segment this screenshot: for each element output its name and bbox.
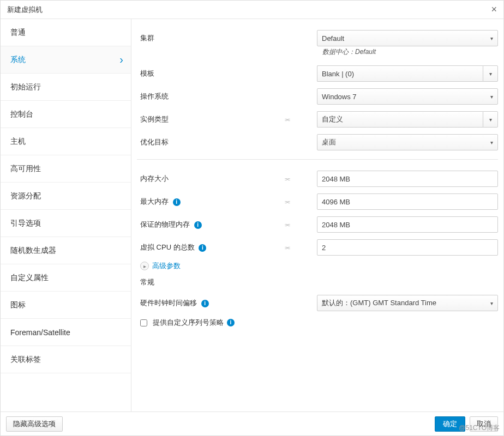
select-instance-type[interactable]: 自定义 xyxy=(317,111,483,128)
select-template[interactable]: Blank | (0) xyxy=(317,65,483,82)
info-icon[interactable]: i xyxy=(227,319,235,326)
sidebar-item-console[interactable]: 控制台 xyxy=(1,101,131,128)
select-value: 自定义 xyxy=(322,114,343,124)
input-value: 2048 MB xyxy=(322,175,350,183)
sidebar-item-label: 控制台 xyxy=(10,110,33,119)
select-value: Blank | (0) xyxy=(322,70,354,78)
row-memory: 内存大小 ⫘ 2048 MB xyxy=(137,167,498,190)
label-clock-offset: 硬件时钟时间偏移 i xyxy=(137,298,284,308)
sidebar-item-label: 引导选项 xyxy=(10,219,41,228)
select-os[interactable]: Windows 7 ▾ xyxy=(317,88,498,105)
select-value: 默认的：(GMT) GMT Standard Time xyxy=(322,298,436,308)
sidebar-item-label: 资源分配 xyxy=(10,191,41,201)
label-vcpu: 虚拟 CPU 的总数 i xyxy=(137,243,284,252)
sidebar-item-label: 关联标签 xyxy=(10,355,41,365)
row-optimize: 优化目标 桌面 ▾ xyxy=(137,131,498,154)
sidebar-item-system[interactable]: 系统 xyxy=(1,46,131,74)
chevron-down-icon: ▾ xyxy=(490,35,493,41)
chevron-down-icon: ▾ xyxy=(490,94,493,100)
label-template: 模板 xyxy=(137,69,284,78)
sidebar-item-label: 高可用性 xyxy=(10,164,41,174)
sidebar-item-label: 系统 xyxy=(10,55,26,65)
sidebar-item-resource[interactable]: 资源分配 xyxy=(1,183,131,210)
chain-icon: ⫘ xyxy=(284,198,317,205)
sidebar-item-initial-run[interactable]: 初始运行 xyxy=(1,74,131,101)
close-icon[interactable]: × xyxy=(491,4,497,15)
label-memory: 内存大小 xyxy=(137,174,284,184)
cancel-button[interactable]: 取消 xyxy=(470,416,498,432)
label-instance-type: 实例类型 xyxy=(137,114,284,124)
chevron-down-icon: ▾ xyxy=(490,300,493,306)
sidebar: 普通 系统 初始运行 控制台 主机 高可用性 资源分配 引导选项 随机数生成器 … xyxy=(1,19,131,411)
checkbox-custom-serial[interactable] xyxy=(140,319,147,326)
label-max-memory: 最大内存 i xyxy=(137,197,284,207)
input-value: 2048 MB xyxy=(322,221,350,229)
label-os: 操作系统 xyxy=(137,92,284,101)
sidebar-item-labels[interactable]: 关联标签 xyxy=(1,346,131,373)
sidebar-item-foreman[interactable]: Foreman/Satellite xyxy=(1,319,131,346)
sidebar-item-label: 初始运行 xyxy=(10,82,41,92)
dialog-footer: 隐藏高级选项 确定 取消 xyxy=(1,411,503,435)
chain-icon: ⫘ xyxy=(284,116,317,123)
sidebar-item-label: Foreman/Satellite xyxy=(10,328,70,337)
heading-general: 常规 xyxy=(137,275,498,292)
info-icon[interactable]: i xyxy=(194,221,202,229)
row-instance-type: 实例类型 ⫘ 自定义 ▾ xyxy=(137,108,498,131)
select-value: Default xyxy=(322,34,344,43)
dialog-body: 普通 系统 初始运行 控制台 主机 高可用性 资源分配 引导选项 随机数生成器 … xyxy=(1,19,503,411)
new-vm-dialog: 新建虚拟机 × 普通 系统 初始运行 控制台 主机 高可用性 资源分配 引导选项… xyxy=(0,0,504,436)
sidebar-item-boot[interactable]: 引导选项 xyxy=(1,210,131,237)
sidebar-item-label: 自定义属性 xyxy=(10,273,49,283)
row-template: 模板 Blank | (0) ▾ xyxy=(137,62,498,85)
row-custom-serial: 提供自定义序列号策略 i xyxy=(137,314,498,331)
sidebar-item-label: 普通 xyxy=(10,28,26,38)
main-panel: 集群 Default ▾ 数据中心：Default 模板 xyxy=(131,19,503,411)
row-max-memory: 最大内存 i ⫘ 4096 MB xyxy=(137,190,498,213)
select-template-version[interactable]: ▾ xyxy=(483,65,498,82)
expander-label: 高级参数 xyxy=(152,261,181,271)
button-label: 确定 xyxy=(443,419,457,429)
select-value: Windows 7 xyxy=(322,93,357,101)
chain-icon: ⫘ xyxy=(284,221,317,228)
chevron-down-icon: ▾ xyxy=(490,140,493,146)
sidebar-item-custom-props[interactable]: 自定义属性 xyxy=(1,264,131,292)
row-datacenter-note: 数据中心：Default xyxy=(137,47,498,57)
input-max-memory[interactable]: 4096 MB xyxy=(317,193,498,210)
dialog-header: 新建虚拟机 × xyxy=(1,1,503,19)
sidebar-item-rng[interactable]: 随机数生成器 xyxy=(1,237,131,264)
select-instance-type-dd[interactable]: ▾ xyxy=(483,111,498,128)
select-clock-offset[interactable]: 默认的：(GMT) GMT Standard Time ▾ xyxy=(317,295,498,311)
input-memory[interactable]: 2048 MB xyxy=(317,171,498,187)
row-advanced-params: ▸ 高级参数 xyxy=(137,259,498,275)
expander-advanced-params[interactable]: ▸ 高级参数 xyxy=(140,261,498,271)
sidebar-item-icon[interactable]: 图标 xyxy=(1,292,131,319)
input-guaranteed-memory[interactable]: 2048 MB xyxy=(317,216,498,233)
chain-icon: ⫘ xyxy=(284,175,317,183)
input-vcpu[interactable]: 2 xyxy=(317,239,498,256)
sidebar-item-host[interactable]: 主机 xyxy=(1,128,131,155)
sidebar-item-general[interactable]: 普通 xyxy=(1,19,131,46)
select-cluster[interactable]: Default ▾ xyxy=(317,30,498,46)
sidebar-item-ha[interactable]: 高可用性 xyxy=(1,155,131,183)
divider xyxy=(137,159,498,160)
info-icon[interactable]: i xyxy=(199,244,206,252)
label-guaranteed-memory: 保证的物理内存 i xyxy=(137,220,284,229)
input-value: 4096 MB xyxy=(322,198,350,206)
ok-button[interactable]: 确定 xyxy=(435,416,465,432)
expand-icon: ▸ xyxy=(140,262,149,270)
row-os: 操作系统 Windows 7 ▾ xyxy=(137,85,498,108)
row-guaranteed-memory: 保证的物理内存 i ⫘ 2048 MB xyxy=(137,213,498,236)
info-icon[interactable]: i xyxy=(173,198,181,206)
select-optimize[interactable]: 桌面 ▾ xyxy=(317,134,498,150)
sidebar-item-label: 主机 xyxy=(10,137,26,147)
info-icon[interactable]: i xyxy=(201,300,209,307)
datacenter-text: 数据中心：Default xyxy=(322,48,376,56)
label-optimize: 优化目标 xyxy=(137,137,284,147)
label-custom-serial: 提供自定义序列号策略 xyxy=(153,318,224,328)
select-value: 桌面 xyxy=(322,137,336,147)
row-vcpu: 虚拟 CPU 的总数 i ⫘ 2 xyxy=(137,236,498,259)
label-cluster: 集群 xyxy=(137,33,284,43)
hide-advanced-button[interactable]: 隐藏高级选项 xyxy=(6,416,63,432)
dialog-title: 新建虚拟机 xyxy=(7,5,43,15)
button-label: 隐藏高级选项 xyxy=(13,419,56,429)
